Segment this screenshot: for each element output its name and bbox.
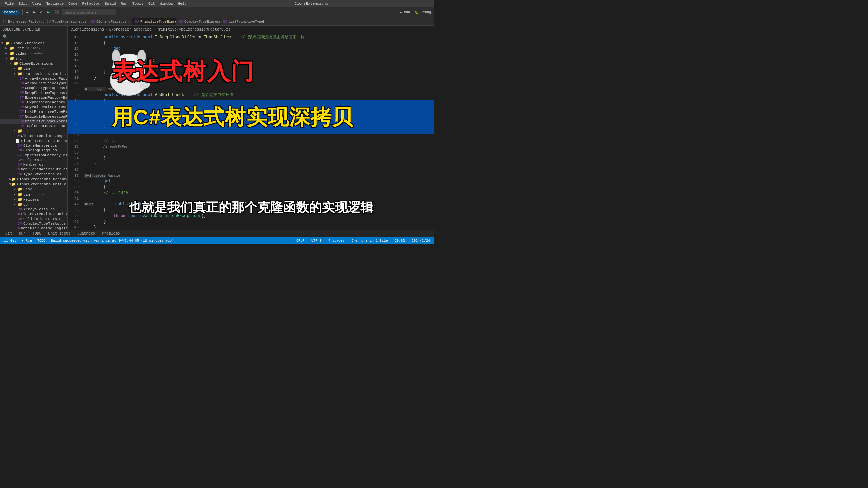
cs-icon-deepshallow: C# — [19, 91, 24, 95]
tree-label-complextests: ComplexTypeTests.cs — [23, 222, 66, 226]
status-indent[interactable]: 4 spaces — [327, 239, 346, 243]
status-errors[interactable]: 5 errors in 1 file — [350, 239, 389, 243]
tree-bin[interactable]: ▶ 📁 bin no index — [0, 66, 67, 71]
tree-complextests[interactable]: ▶ C# ComplexTypeTests.cs — [0, 221, 67, 226]
tree-git[interactable]: ▶ 📁 .git no index — [0, 46, 67, 51]
tree-complextype[interactable]: ▶ C# ComplexTypeExpressionFactory.cs — [0, 86, 67, 90]
menu-navigate[interactable]: Navigate — [44, 1, 66, 6]
debug-config[interactable]: 🐛 Debug — [413, 9, 433, 15]
tree-kvpair[interactable]: ▶ C# KeyValuePairExpressionFactory.cs — [0, 105, 67, 109]
code-line: public override bool IsDeepCloneDifferen… — [84, 35, 431, 40]
tab-cloning-flags[interactable]: C# CloningFlags.cs ✕ — [88, 18, 132, 25]
title-bar: File Edit View Navigate Code Refactor Bu… — [0, 0, 434, 7]
tree-expfactories[interactable]: ▼ 📁 ExpressionFactories — [0, 71, 67, 76]
bottom-tab-problems[interactable]: Problems — [99, 231, 123, 237]
menu-build[interactable]: Build — [103, 1, 118, 6]
tree-ut-obj[interactable]: ▶ 📁 obj — [0, 202, 67, 207]
tree-arrow-ut-obj: ▶ — [14, 203, 18, 206]
refresh-btn[interactable]: ↺ — [39, 9, 44, 15]
menu-code[interactable]: Code — [66, 1, 79, 6]
tab-list-primitive[interactable]: C# ListPrimitiveTypeExpressionFactory.cs… — [220, 18, 264, 25]
menu-edit[interactable]: Edit — [16, 1, 29, 6]
tab-primitive-type[interactable]: C# PrimitiveTypeExpressionFactory.cs ✕ — [132, 18, 176, 25]
tree-arrayprimitive[interactable]: ▶ C# ArrayPrimitiveTypeExpressionFactory… — [0, 81, 67, 86]
branch-btn[interactable]: master — [1, 10, 20, 15]
menu-bar[interactable]: File Edit View Navigate Code Refactor Bu… — [3, 1, 189, 6]
bottom-tab-git[interactable]: Git — [3, 231, 15, 237]
back-btn[interactable]: ◀ — [25, 9, 31, 15]
tab-expression-factory[interactable]: C# ExpressionFactory.cs ✕ — [0, 18, 44, 25]
status-run[interactable]: ▶ Run — [20, 239, 33, 243]
line-number: 42 — [68, 202, 79, 207]
run-config[interactable]: ▶ Run — [398, 9, 412, 15]
tree-ut-csproj[interactable]: ▶ C# CloneExtensions.UnitTests.csproj — [0, 212, 67, 217]
bottom-tab-unittests[interactable]: Unit Tests — [45, 231, 73, 237]
tree-tuple-exp[interactable]: ▶ C# TupleExpressionFactory.cs — [0, 124, 67, 128]
search-input[interactable] — [62, 9, 116, 15]
menu-git[interactable]: Git — [146, 1, 157, 6]
code-content[interactable]: public override bool IsDeepCloneDifferen… — [81, 33, 434, 230]
tree-ut-helpers[interactable]: ▶ 📁 Helpers — [0, 197, 67, 202]
tree-typeext[interactable]: ▶ C# TypeExtensions.cs — [0, 172, 67, 177]
tree-listprimitive[interactable]: ▶ C# ListPrimitiveTypeExpressionFactory.… — [0, 109, 67, 114]
cs-icon-arrayprimitive: C# — [19, 81, 24, 85]
menu-view[interactable]: View — [30, 1, 43, 6]
tree-src[interactable]: ▼ 📁 src — [0, 56, 67, 61]
tree-label-idea: .idea — [15, 52, 26, 56]
status-todo[interactable]: TODO — [36, 239, 47, 243]
tree-expfactory[interactable]: ▶ C# ExpressionFactory.cs — [0, 153, 67, 158]
cs-icon-typeext: C# — [18, 172, 22, 176]
tree-noncloned[interactable]: ▶ C# NonClonedAttribute.cs — [0, 167, 67, 172]
tree-member[interactable]: ▶ C# Member.cs — [0, 162, 67, 167]
tree-helpers[interactable]: ▶ C# Helpers.cs — [0, 158, 67, 162]
menu-file[interactable]: File — [3, 1, 16, 6]
forward-btn[interactable]: ▶ — [32, 9, 37, 15]
tree-idea[interactable]: ▶ 📁 .idea no index — [0, 51, 67, 56]
tree-base[interactable]: ▶ 📁 Base — [0, 187, 67, 192]
status-encoding[interactable]: UTF-8 — [310, 239, 323, 243]
tree-csproj[interactable]: ▶ C# CloneExtensions.csproj — [0, 134, 67, 138]
tree-collectiontests[interactable]: ▶ C# CollectionTests.cs — [0, 217, 67, 221]
status-line-ending[interactable]: CRLF — [295, 239, 306, 243]
tree-iexpfactory[interactable]: ▶ C# IExpressionFactory.cs — [0, 100, 67, 105]
tree-nuspec[interactable]: ▶ 📄 CloneExtensions.nuspec — [0, 138, 67, 143]
bottom-tabs: Git Run TODO Unit Tests LuaCheck Problem… — [0, 230, 434, 237]
code-line: throw new InvalidOperationException(); — [84, 213, 431, 219]
code-line — [84, 167, 431, 173]
tree-benchmarks[interactable]: ▶ 📁 CloneExtensions.Benchmarks — [0, 177, 67, 182]
menu-window[interactable]: Window — [158, 1, 175, 6]
tree-clonemanager[interactable]: ▶ C# CloneManager.cs — [0, 143, 67, 148]
tree-ut-bin[interactable]: ▶ 📁 bin no index — [0, 192, 67, 197]
run-btn[interactable]: ▶ — [45, 9, 51, 15]
folder-obj-icon: 📁 — [18, 129, 22, 133]
ut-bin-badge: no index — [32, 193, 46, 196]
tree-label-src: src — [15, 57, 22, 61]
tree-nullable[interactable]: ▶ C# NullableExpressionFactory.cs — [0, 114, 67, 119]
tree-cloningflags[interactable]: ▶ C# CloningFlags.cs — [0, 148, 67, 153]
tree-cloneext[interactable]: ▼ 📁 CloneExtensions — [0, 61, 67, 66]
code-line: AlreadyByRef... — [84, 144, 431, 150]
bottom-tab-luacheck[interactable]: LuaCheck — [75, 231, 98, 237]
tree-arraystests[interactable]: ▶ C# ArraysTests.cs — [0, 207, 67, 212]
debug-btn[interactable]: ⬛ — [53, 9, 61, 15]
menu-help[interactable]: Help — [176, 1, 189, 6]
status-git[interactable]: ⎇ Git — [3, 239, 18, 243]
line-number: 40 — [68, 190, 79, 196]
tab-type-extensions[interactable]: C# TypeExtensions.cs ✕ — [44, 18, 88, 25]
tree-root[interactable]: ▼ 📁 CloneExtensions — [0, 41, 67, 46]
tree-deepshallow[interactable]: ▶ C# DeepShallowExpressionFactoryBase.cs — [0, 90, 67, 95]
tree-defaultcloning[interactable]: ▶ C# DefaultCloningFlagsTests.cs — [0, 226, 67, 230]
bottom-tab-todo[interactable]: TODO — [30, 231, 44, 237]
tree-array-exp[interactable]: ▶ C# ArrayExpressionFactory.cs — [0, 76, 67, 81]
tab-close-2[interactable]: ✕ — [128, 20, 130, 24]
bottom-tab-run[interactable]: Run — [16, 231, 28, 237]
tree-unittests[interactable]: ▼ 📁 CloneExtensions.UnitTests — [0, 182, 67, 187]
tree-expfactorybase[interactable]: ▶ C# ExpressionFactoryBase.cs — [0, 95, 67, 100]
tree-primitive-type[interactable]: ▶ C# PrimitiveTypeExpressionFactory.cs — [0, 119, 67, 124]
tab-complex-type[interactable]: C# ComplexTypeExpressionFactory.cs ✕ — [176, 18, 220, 25]
code-line: { — [84, 52, 431, 58]
menu-run[interactable]: Run — [119, 1, 130, 6]
menu-tools[interactable]: Tools — [130, 1, 145, 6]
tree-obj[interactable]: ▶ 📁 obj — [0, 128, 67, 134]
menu-refactor[interactable]: Refactor — [80, 1, 102, 6]
